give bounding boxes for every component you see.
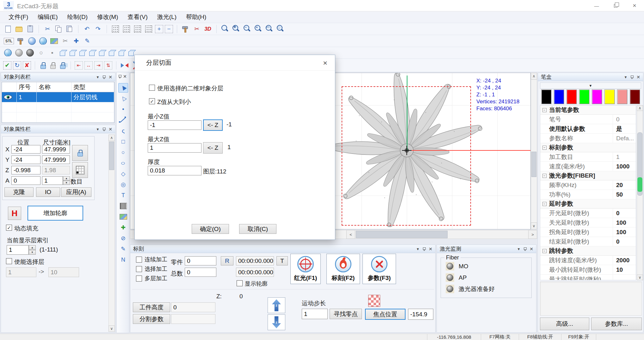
row-number-cell[interactable]: 1	[17, 92, 37, 102]
align-vertical-icon[interactable]: ⇅	[104, 61, 112, 70]
total-count-field[interactable]: 0	[185, 268, 216, 277]
ok-button[interactable]: 确定(O)	[192, 224, 229, 234]
pen-param-row[interactable]: 最大跳转延时(微秒)	[540, 275, 636, 280]
array-icon-3[interactable]	[133, 24, 142, 34]
spline-tool[interactable]: ς	[118, 126, 128, 136]
part-count-field[interactable]: 0	[185, 256, 216, 265]
pen-param-row[interactable]: 关光延时(微秒)100	[540, 218, 636, 228]
sphere-icon[interactable]	[27, 36, 37, 46]
box-icon-3[interactable]	[78, 49, 86, 57]
pen-param-row[interactable]: 拐角延时(微秒)100	[540, 228, 636, 237]
param-value[interactable]: 100	[613, 229, 636, 236]
pen-scroll-down-icon[interactable]: ∨	[637, 275, 643, 280]
align-left-icon[interactable]: ⇤	[75, 61, 83, 70]
show-contour-checkbox[interactable]	[237, 280, 243, 286]
array-icon-4[interactable]	[144, 24, 153, 34]
pen-param-row[interactable]: 加工数目1	[540, 152, 636, 162]
menu-edit[interactable]: 编辑(E)	[33, 11, 62, 23]
trim-icon[interactable]: ✂	[192, 24, 201, 34]
pen-param-row[interactable]: 笔号0	[540, 115, 636, 124]
work-height-button[interactable]: 工件高度	[133, 302, 170, 312]
zoom-all-icon[interactable]: □	[276, 24, 285, 34]
param-value[interactable]: 2000	[613, 257, 636, 264]
zoom-window-icon[interactable]	[220, 24, 230, 34]
scroll-up-icon[interactable]: ∧	[108, 135, 115, 141]
ellipse-tool[interactable]: ○	[118, 158, 128, 168]
spiral-tool[interactable]: ◎	[118, 180, 128, 189]
pen-color-swatch-6[interactable]	[617, 89, 627, 104]
chevron-down-icon[interactable]: ▼	[416, 247, 419, 251]
position-y-field[interactable]: -24	[11, 155, 40, 164]
circle-tool[interactable]: ○	[118, 148, 128, 157]
unlock-icon[interactable]	[49, 61, 57, 70]
box-icon-5[interactable]	[98, 49, 106, 57]
dialog-close-icon[interactable]: ✕	[320, 59, 331, 68]
anchor-grid-button[interactable]	[72, 162, 88, 178]
canvas-scroll-right-icon[interactable]: >	[528, 230, 537, 239]
collapse-icon[interactable]	[542, 202, 547, 206]
layer-index-spinner[interactable]: ▲▼	[29, 245, 36, 255]
close-icon[interactable]: ✕	[529, 247, 533, 251]
box-icon-7[interactable]	[117, 49, 126, 57]
zoom-move-icon[interactable]: ✚	[232, 24, 241, 34]
vector-file-tool[interactable]: ✚	[118, 223, 128, 232]
param-value[interactable]: 100	[613, 219, 636, 226]
close-icon[interactable]: ✕	[636, 75, 640, 79]
row-visibility-cell[interactable]	[2, 92, 17, 102]
mark-button[interactable]: 标刻(F2)	[326, 254, 360, 284]
pin-icon[interactable]	[631, 76, 633, 79]
pen-color-swatch-1[interactable]	[554, 89, 564, 104]
pen-param-row[interactable]: 功率(%)50	[540, 190, 636, 199]
copy-icon[interactable]	[54, 24, 63, 34]
z-down-button[interactable]: z	[268, 314, 285, 330]
split-param-field[interactable]	[171, 314, 215, 324]
redo-icon[interactable]: ↷	[93, 24, 103, 34]
delete-object-icon[interactable]: ✘	[23, 61, 31, 70]
pen-color-swatch-3[interactable]	[579, 89, 589, 104]
position-z-field[interactable]: -0.998	[11, 166, 40, 174]
stl-icon[interactable]: STL	[3, 36, 15, 46]
box-icon-1[interactable]	[59, 49, 67, 57]
scroll-down-icon[interactable]: ∨	[108, 325, 115, 332]
max-z-pick-button[interactable]: <- Z	[203, 142, 223, 154]
align-right-icon[interactable]: ⇥	[94, 61, 102, 70]
node-edit-tool[interactable]: ▷	[118, 94, 128, 103]
align-center-icon[interactable]: ↔	[84, 61, 93, 70]
point-tool[interactable]: •	[118, 105, 128, 114]
canvas-hscroll-thumb[interactable]	[356, 231, 448, 238]
paste-icon[interactable]	[65, 24, 74, 34]
text-tool[interactable]: T	[118, 191, 128, 200]
layer-to-field[interactable]: 10	[48, 267, 79, 277]
count-spinner[interactable]: ▲▼	[63, 176, 70, 185]
max-z-field[interactable]: 1	[148, 143, 201, 153]
pin-icon[interactable]	[119, 75, 121, 78]
pin-icon[interactable]	[103, 128, 105, 131]
menu-modify[interactable]: 修改(M)	[92, 11, 123, 23]
apply-button[interactable]: 应用(A)	[61, 187, 91, 197]
canvas-scroll-down-icon[interactable]: ∨	[531, 222, 537, 229]
point-small-icon[interactable]: ▪	[47, 48, 57, 58]
check-object-icon[interactable]: ✔	[3, 61, 11, 70]
edit-tool[interactable]: ✎	[118, 244, 128, 254]
param-value[interactable]: 10	[613, 266, 636, 273]
add-contour-button[interactable]: 增加轮廓	[28, 206, 83, 221]
pen-param-category[interactable]: 延时参数	[540, 199, 636, 209]
clone-button[interactable]: 克隆	[4, 187, 34, 197]
dynamic-fill-checkbox[interactable]	[6, 225, 12, 231]
menu-help[interactable]: 帮助(H)	[181, 11, 211, 23]
selected-mark-checkbox[interactable]	[136, 266, 142, 272]
canvas-vscrollbar[interactable]	[531, 73, 537, 229]
pen-param-category[interactable]: 标刻参数	[540, 143, 636, 152]
pen-param-category[interactable]: 当前笔参数	[540, 106, 636, 115]
canvas-vscroll-thumb[interactable]	[531, 152, 536, 177]
zoom-in-icon[interactable]: +	[254, 24, 263, 34]
param-value[interactable]: 50	[613, 191, 636, 198]
input-tool[interactable]: N	[118, 255, 128, 264]
pen-param-row[interactable]: 使用默认参数是	[540, 124, 636, 134]
pen-param-row[interactable]: 最小跳转延时(微秒)10	[540, 265, 636, 275]
param-button[interactable]: 参数(F3)	[362, 254, 396, 284]
min-z-pick-button[interactable]: <- Z	[203, 119, 223, 131]
enable-layer-checkbox[interactable]	[6, 258, 12, 264]
param-library-button[interactable]: 参数库...	[591, 318, 642, 330]
array-icon-1[interactable]	[111, 24, 120, 34]
